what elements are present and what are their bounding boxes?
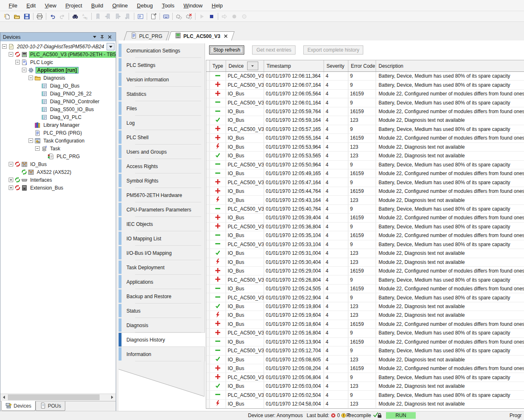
table-row[interactable]: IO_Bus01/01/1970 12:05:35,104416159Modul… — [206, 231, 524, 240]
nav-log[interactable]: Log — [119, 116, 205, 130]
device-filter-dropdown[interactable] — [247, 62, 258, 70]
table-row[interactable]: IO_Bus01/01/1970 12:05:03,0044123Module … — [206, 382, 524, 391]
find-icon[interactable] — [70, 12, 80, 21]
table-row[interactable]: IO_Bus01/01/1970 12:04:58,0044123Module … — [206, 400, 524, 408]
new-object-icon[interactable] — [148, 12, 158, 21]
tab-plc-ac500-v3[interactable]: PLC_AC500_V3 — [168, 31, 235, 40]
tree-node-diag-io-bus[interactable]: Diag_IO_Bus — [0, 82, 116, 90]
nav-access-rights[interactable]: Access Rights — [119, 159, 205, 173]
keyboard-icon[interactable] — [161, 12, 171, 21]
nav-pm5670-2eth-hardware[interactable]: PM5670-2ETH Hardware — [119, 188, 205, 202]
tree-node-library-manager[interactable]: Library Manager — [0, 121, 116, 129]
table-row[interactable]: PLC_AC500_V301/01/1970 12:06:01,16449Bat… — [206, 98, 524, 107]
table-row[interactable]: PLC_AC500_V301/01/1970 12:05:22,90449Bat… — [206, 293, 524, 302]
table-row[interactable]: PLC_AC500_V301/01/1970 12:06:11,36449Bat… — [206, 72, 524, 81]
nav-diagnosis[interactable]: Diagnosis — [119, 318, 205, 332]
collapse-icon[interactable] — [9, 162, 13, 166]
new-file-icon[interactable] — [2, 12, 12, 21]
table-row[interactable]: PLC_AC500_V301/01/1970 12:05:06,80449Bat… — [206, 373, 524, 382]
nav-statistics[interactable]: Statistics — [119, 87, 205, 101]
scrollbar-thumb[interactable] — [8, 394, 100, 400]
collapse-icon[interactable] — [22, 68, 26, 72]
nav-io-mapping-list[interactable]: IO Mapping List — [119, 231, 205, 246]
scroll-left-button[interactable] — [0, 394, 7, 401]
table-row[interactable]: PLC_AC500_V301/01/1970 12:05:36,80449Bat… — [206, 223, 524, 231]
nav-diagnosis-history[interactable]: Diagnosis History — [119, 332, 205, 347]
table-row[interactable]: IO_Bus01/01/1970 12:05:49,165416159Modul… — [206, 169, 524, 178]
table-row[interactable]: IO_Bus01/01/1970 12:05:59,764416159Modul… — [206, 107, 524, 116]
tree-node-diag-pnio-26-22[interactable]: Diag_PNIO_26_22 — [0, 90, 116, 97]
table-row[interactable]: IO_Bus01/01/1970 12:05:53,9644123Module … — [206, 143, 524, 152]
table-row[interactable]: IO_Bus01/01/1970 12:05:59,1644123Module … — [206, 116, 524, 125]
tree-node-io-bus[interactable]: IO_Bus — [0, 160, 116, 168]
nav-version-information[interactable]: Version information — [119, 72, 205, 87]
column-header-error-code[interactable]: Error Code — [348, 60, 376, 71]
tree-node-diag-s500-io-bus[interactable]: Diag_S500_IO_Bus — [0, 105, 116, 113]
table-row[interactable]: IO_Bus01/01/1970 12:05:18,604416159Modul… — [206, 320, 524, 329]
expand-icon[interactable] — [9, 185, 13, 190]
panel-tab-devices[interactable]: Devices — [1, 401, 36, 411]
collapse-icon[interactable] — [29, 76, 33, 80]
menu-tools[interactable]: Tools — [157, 1, 179, 10]
tree-node-task-configuration[interactable]: Task Configuration — [0, 137, 116, 145]
nav-users-and-groups[interactable]: Users and Groups — [119, 145, 205, 159]
panel-menu-button[interactable] — [91, 34, 98, 40]
nav-i-o-bus-i-o-mapping[interactable]: I/O-Bus I/O Mapping — [119, 246, 205, 260]
table-row[interactable]: IO_Bus01/01/1970 12:05:39,404416159Modul… — [206, 214, 524, 222]
nav-plc-settings[interactable]: PLC Settings — [119, 58, 205, 72]
table-row[interactable]: IO_Bus01/01/1970 12:05:08,204416159Modul… — [206, 364, 524, 373]
table-row[interactable]: IO_Bus01/01/1970 12:05:53,5654123Module … — [206, 152, 524, 160]
panel-tab-pous[interactable]: POUs — [36, 401, 65, 411]
tree-node-2020-10-27-diaghisttestpm5670-ab24[interactable]: 2020-10-27-DiagHistTestPM5670-AB24 — [0, 43, 116, 50]
table-row[interactable]: IO_Bus01/01/1970 12:05:30,4044123Module … — [206, 258, 524, 267]
tree-node-diag-pnio-controller[interactable]: Diag_PNIO_Controller — [0, 97, 116, 105]
tab-plc-prg[interactable]: PLC_PRG — [124, 31, 169, 40]
tree-node-ax522-ax522[interactable]: AX522 (AX522) — [0, 168, 116, 176]
nav-files[interactable]: Files — [119, 101, 205, 116]
menu-help[interactable]: Help — [207, 1, 227, 10]
project-dropdown-button[interactable] — [107, 43, 114, 50]
login-icon[interactable] — [174, 12, 184, 21]
nav-cpu-parameters-parameters[interactable]: CPU-Parameters Parameters — [119, 202, 205, 217]
open-icon[interactable] — [12, 12, 22, 21]
tree-node-diagnosis[interactable]: Diagnosis — [0, 74, 116, 82]
tree-node-task[interactable]: Task — [0, 145, 116, 152]
table-row[interactable]: PLC_AC500_V301/01/1970 12:05:50,96449Bat… — [206, 161, 524, 169]
table-row[interactable]: IO_Bus01/01/1970 12:05:13,904416159Modul… — [206, 338, 524, 346]
nav-task-deployment[interactable]: Task Deployment — [119, 260, 205, 275]
table-row[interactable]: IO_Bus01/01/1970 12:05:43,1644123Module … — [206, 196, 524, 204]
table-row[interactable]: IO_Bus01/01/1970 12:05:19,6044123Module … — [206, 311, 524, 320]
table-row[interactable]: IO_Bus01/01/1970 12:06:05,564416159Modul… — [206, 90, 524, 98]
column-header-timestamp[interactable]: Timestamp — [264, 60, 324, 71]
table-row[interactable]: IO_Bus01/01/1970 12:05:44,764416159Modul… — [206, 187, 524, 196]
table-row[interactable]: IO_Bus01/01/1970 12:05:31,0044123Module … — [206, 249, 524, 258]
table-row[interactable]: IO_Bus01/01/1970 12:05:24,505416159Modul… — [206, 285, 524, 293]
save-icon[interactable] — [22, 12, 32, 21]
menu-window[interactable]: Window — [179, 1, 207, 10]
close-tab-button[interactable] — [224, 34, 228, 38]
nav-status[interactable]: Status — [119, 304, 205, 318]
expand-icon[interactable] — [9, 178, 13, 182]
menu-online[interactable]: Online — [108, 1, 133, 10]
stop-icon[interactable] — [207, 12, 217, 21]
column-header-type[interactable]: Type — [210, 60, 226, 71]
collapse-icon[interactable] — [35, 146, 40, 151]
table-row[interactable]: PLC_AC500_V301/01/1970 12:05:16,80449Bat… — [206, 329, 524, 337]
undo-icon[interactable] — [48, 12, 57, 21]
stop-refresh-button[interactable]: Stop refresh — [209, 45, 244, 55]
collapse-icon[interactable] — [15, 60, 20, 64]
menu-build[interactable]: Build — [87, 1, 108, 10]
collapse-icon[interactable] — [9, 52, 13, 57]
menu-debug[interactable]: Debug — [132, 1, 157, 10]
collapse-icon[interactable] — [29, 138, 33, 143]
options-list-icon[interactable] — [136, 12, 145, 21]
tree-node-plc-prg[interactable]: PLC_PRG — [0, 152, 116, 160]
table-row[interactable]: IO_Bus01/01/1970 12:05:29,004416159Modul… — [206, 267, 524, 275]
table-row[interactable]: PLC_AC500_V301/01/1970 12:05:33,10449Bat… — [206, 240, 524, 249]
tree-node-plc-logic[interactable]: PLC Logic — [0, 58, 116, 66]
table-row[interactable]: PLC_AC500_V301/01/1970 12:05:12,70449Bat… — [206, 346, 524, 355]
nav-iec-objects[interactable]: IEC Objects — [119, 217, 205, 231]
nav-symbol-rights[interactable]: Symbol Rights — [119, 173, 205, 188]
close-panel-button[interactable] — [106, 34, 113, 40]
menu-project[interactable]: Project — [61, 1, 86, 10]
